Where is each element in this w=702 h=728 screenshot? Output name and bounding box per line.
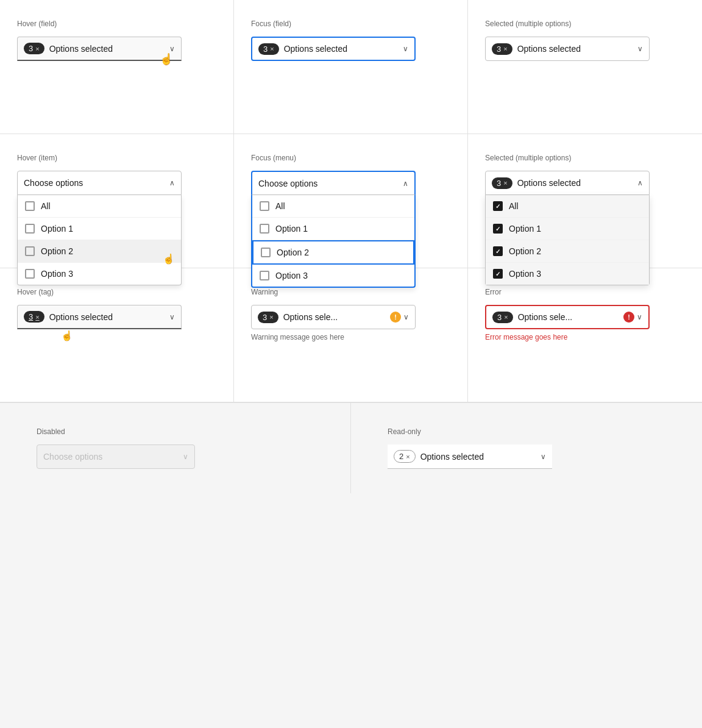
badge-selected-1[interactable]: 3 × <box>492 43 512 55</box>
dropdown-trigger-hover[interactable]: Choose options ∧ <box>17 171 182 195</box>
chevron-hover-tag: ∨ <box>169 313 175 321</box>
badge-count: 3 <box>29 44 33 53</box>
dropdown-focus-menu[interactable]: Choose options ∧ All Option 1 Option 2 <box>251 171 416 195</box>
checkbox-opt2-s[interactable] <box>493 246 503 256</box>
item-label-all: All <box>41 201 51 211</box>
checkbox-all-f[interactable] <box>260 201 269 211</box>
badge-close[interactable]: × <box>35 313 39 321</box>
badge-hover-field[interactable]: 3 × <box>24 43 44 54</box>
badge-sel2[interactable]: 3 × <box>492 177 512 189</box>
field-text-hover-field: Options selected <box>44 44 169 54</box>
checkbox-opt3[interactable] <box>25 269 35 279</box>
badge-count: 3 <box>497 313 502 322</box>
cell-hover-field: Hover (field) 3 × Options selected ∨ ☝ <box>0 0 234 134</box>
select-error[interactable]: 3 × Options sele... ! ∨ <box>485 305 650 329</box>
badge-count: 3 <box>497 45 501 54</box>
item-label-opt2-s: Option 2 <box>509 246 541 256</box>
placeholder-hover: Choose options <box>24 178 169 188</box>
badge-close[interactable]: × <box>504 313 508 321</box>
checkbox-all-s[interactable] <box>493 201 503 211</box>
cell-label-hover-item: Hover (item) <box>17 154 216 162</box>
badge-close[interactable]: × <box>503 179 507 187</box>
menu-item-opt1[interactable]: Option 1 <box>18 218 181 240</box>
badge-close[interactable]: × <box>503 45 507 52</box>
badge-focus-field[interactable]: 3 × <box>258 43 279 55</box>
error-message: Error message goes here <box>485 333 685 341</box>
checkbox-opt3-f[interactable] <box>260 271 269 280</box>
menu-item-opt1-s[interactable]: Option 1 <box>486 218 649 240</box>
bottom-section: Disabled Choose options ∨ Read-only 2 × … <box>0 402 702 493</box>
menu-item-opt3-s[interactable]: Option 3 <box>486 263 649 285</box>
cell-label-hover-field: Hover (field) <box>17 20 216 28</box>
error-icon: ! <box>623 312 634 323</box>
cell-label-error: Error <box>485 288 685 296</box>
badge-close[interactable]: × <box>270 45 274 52</box>
checkbox-opt2-f[interactable] <box>261 248 271 257</box>
badge-readonly: 2 × <box>394 450 416 463</box>
select-hover-field[interactable]: 3 × Options selected ∨ <box>17 37 182 61</box>
chevron-disabled: ∨ <box>183 452 188 461</box>
chevron-hover-field: ∨ <box>169 45 175 53</box>
chevron-sel2: ∧ <box>637 179 643 187</box>
cell-focus-menu: Focus (menu) Choose options ∧ All Option… <box>234 134 468 268</box>
badge-hover-tag[interactable]: 3 × <box>24 311 44 323</box>
checkbox-opt1-s[interactable] <box>493 224 503 234</box>
cell-selected-multi-2: Selected (multiple options) 3 × Options … <box>468 134 702 268</box>
select-warning[interactable]: 3 × Options sele... ! ∨ <box>251 305 416 329</box>
cell-label-focus-field: Focus (field) <box>251 20 450 28</box>
menu-item-opt2-f[interactable]: Option 2 <box>252 240 414 265</box>
cell-label-focus-menu: Focus (menu) <box>251 154 450 162</box>
cell-readonly: Read-only 2 × Options selected ∨ <box>351 403 702 493</box>
menu-item-all[interactable]: All <box>18 195 181 218</box>
select-selected-1[interactable]: 3 × Options selected ∨ <box>485 37 650 61</box>
dropdown-trigger-sel2[interactable]: 3 × Options selected ∧ <box>485 171 650 195</box>
menu-item-opt3-f[interactable]: Option 3 <box>252 265 414 287</box>
badge-count: 2 <box>399 452 403 461</box>
menu-item-opt2[interactable]: Option 2 ☝ <box>18 240 181 263</box>
field-text-selected-1: Options selected <box>512 44 637 54</box>
select-hover-tag[interactable]: 3 × Options selected ∨ <box>17 305 182 329</box>
checkbox-opt3-s[interactable] <box>493 269 503 279</box>
badge-count: 3 <box>263 45 268 54</box>
item-label-all-s: All <box>509 201 519 211</box>
badge-warning[interactable]: 3 × <box>258 312 278 323</box>
warning-icon: ! <box>390 312 401 323</box>
field-text-warning: Options sele... <box>278 312 390 322</box>
item-label-opt1-f: Option 1 <box>275 224 308 234</box>
badge-close[interactable]: × <box>35 45 39 52</box>
chevron-error: ∨ <box>637 313 642 321</box>
item-label-opt2: Option 2 <box>41 246 73 256</box>
field-text-focus-field: Options selected <box>279 44 403 54</box>
menu-item-all-f[interactable]: All <box>252 195 414 218</box>
checkbox-opt1-f[interactable] <box>260 224 269 234</box>
menu-item-opt3[interactable]: Option 3 <box>18 263 181 285</box>
cell-warning: Warning 3 × Options sele... ! ∨ Warning … <box>234 268 468 402</box>
chevron-hover-item: ∧ <box>169 179 175 187</box>
field-text-readonly: Options selected <box>416 452 541 462</box>
cell-label-selected-1: Selected (multiple options) <box>485 20 685 28</box>
menu-item-opt1-f[interactable]: Option 1 <box>252 218 414 240</box>
dropdown-hover-item[interactable]: Choose options ∧ All Option 1 Option 2 ☝ <box>17 171 182 195</box>
placeholder-focus: Choose options <box>258 179 403 188</box>
cell-label-disabled: Disabled <box>37 427 314 436</box>
select-focus-field[interactable]: 3 × Options selected ∨ <box>251 37 416 61</box>
checkbox-all[interactable] <box>25 201 35 211</box>
cell-error: Error 3 × Options sele... ! ∨ Error mess… <box>468 268 702 402</box>
badge-close[interactable]: × <box>269 313 273 321</box>
cell-disabled: Disabled Choose options ∨ <box>0 403 351 493</box>
menu-hover-item: All Option 1 Option 2 ☝ Option 3 <box>17 195 182 285</box>
item-label-opt3: Option 3 <box>41 269 73 279</box>
menu-selected-2: All Option 1 Option 2 Option 3 <box>485 195 650 285</box>
chevron-readonly: ∨ <box>541 452 546 461</box>
dropdown-trigger-focus[interactable]: Choose options ∧ <box>251 171 416 195</box>
checkbox-opt1[interactable] <box>25 224 35 234</box>
menu-item-all-s[interactable]: All <box>486 195 649 218</box>
field-text-hover-tag: Options selected <box>44 312 169 322</box>
cell-label-readonly: Read-only <box>388 427 665 436</box>
dropdown-selected-2[interactable]: 3 × Options selected ∧ All Option 1 Opti… <box>485 171 650 195</box>
cursor-hover-field: ☝ <box>160 52 173 66</box>
badge-error[interactable]: 3 × <box>492 312 513 323</box>
checkbox-opt2[interactable] <box>25 246 35 256</box>
menu-item-opt2-s[interactable]: Option 2 <box>486 240 649 263</box>
cell-hover-tag: Hover (tag) 3 × Options selected ∨ ☝ <box>0 268 234 402</box>
